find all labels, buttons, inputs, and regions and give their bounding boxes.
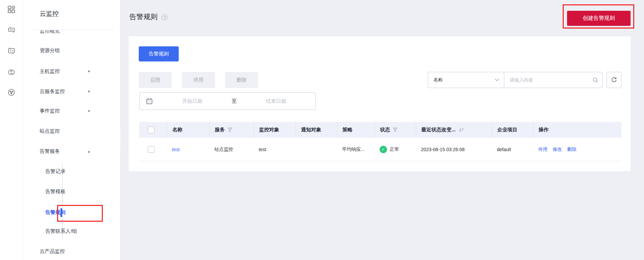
sidebar-item-alarm-rules[interactable]: 告警规则 (23, 202, 120, 222)
chevron-down-icon: ▾ (88, 109, 90, 113)
cloud-eye-console: VPC IPv6 云监控 监控 (0, 0, 644, 260)
calendar-icon (146, 98, 153, 105)
console-dashboard-icon[interactable] (6, 4, 17, 15)
table-row: test 站点监控 test 平均响应... ✓ 正常 2023-08-15 0… (139, 138, 621, 161)
sidebar-item-alarm-contacts[interactable]: 告警联系人/组 (23, 221, 120, 241)
ipv6-gateway-icon[interactable]: IPv6 (6, 45, 17, 56)
status-label: 正常 (390, 146, 399, 153)
sidebar-item-alarm-templates[interactable]: 告警模板 (23, 181, 120, 202)
sidebar-item-resource-groups[interactable]: 资源分组 (23, 40, 120, 60)
rule-enterprise-project: default (497, 147, 511, 152)
status-ok-icon: ✓ (380, 146, 387, 153)
row-delete-link[interactable]: 删除 (567, 146, 576, 153)
chevron-up-icon: ▴ (88, 149, 90, 154)
col-operation: 操作 (533, 122, 621, 138)
sidebar-item-website-monitoring[interactable]: 站点监控 (23, 121, 120, 141)
enable-button[interactable]: 启用 (139, 72, 172, 88)
filter-funnel-icon[interactable] (227, 127, 232, 132)
rule-policy: 平均响应... (342, 146, 365, 153)
col-policy: 策略 (337, 122, 375, 138)
end-date-placeholder: 结束日期 (237, 98, 316, 104)
search-bar: 名称 (428, 72, 603, 88)
sidebar-title: 云监控 (40, 9, 59, 18)
row-checkbox[interactable] (148, 146, 155, 153)
help-icon[interactable]: ? (162, 14, 167, 20)
col-service: 服务 (209, 122, 254, 138)
sidebar-item-event-monitoring[interactable]: 事件监控 ▾ (23, 101, 120, 121)
alarm-rules-card: 告警规则 启用 停用 删除 名称 (129, 36, 631, 171)
col-status: 状态 (375, 122, 416, 138)
col-name: 名称 (167, 122, 209, 138)
service-icon-rail: VPC IPv6 (0, 0, 23, 260)
col-last-status-change: 最近状态改变... (416, 122, 492, 138)
rule-last-status-change: 2023-08-15 03:26:08 (421, 147, 465, 152)
col-enterprise-project: 企业项目 (492, 122, 533, 138)
sidebar-item-cloud-product-monitoring[interactable]: 云产品监控 (23, 241, 120, 260)
rule-monitored-object: test (259, 147, 266, 152)
vpc-icon[interactable]: VPC (6, 24, 17, 35)
global-network-icon[interactable] (6, 87, 17, 98)
search-input[interactable] (510, 77, 593, 83)
sort-icon[interactable] (459, 127, 464, 132)
sidebar-divider (30, 30, 114, 30)
alarm-rules-table: 名称 服务 监控对象 通知对象 策略 状态 (139, 122, 621, 161)
table-header-row: 名称 服务 监控对象 通知对象 策略 状态 (139, 122, 621, 138)
search-icon[interactable] (593, 77, 598, 83)
start-date-placeholder: 开始日期 (153, 98, 232, 104)
refresh-button[interactable] (607, 72, 621, 88)
sidebar-item-cloud-service-monitoring[interactable]: 云服务监控 ▾ (23, 81, 120, 101)
chevron-down-icon (495, 79, 499, 81)
alarm-rules-tab-button[interactable]: 告警规则 (139, 46, 179, 61)
row-modify-link[interactable]: 修改 (553, 146, 562, 153)
svg-text:VPC: VPC (9, 29, 14, 31)
select-all-checkbox[interactable] (148, 127, 155, 133)
chevron-down-icon: ▾ (88, 69, 90, 74)
active-item-indicator (60, 208, 62, 217)
date-separator: 至 (232, 98, 237, 104)
search-field-select[interactable]: 名称 (428, 72, 504, 88)
row-disable-link[interactable]: 停用 (538, 146, 548, 153)
disable-button[interactable]: 停用 (182, 72, 215, 88)
chevron-down-icon: ▾ (88, 89, 90, 94)
sidebar: 云监控 监控概览 资源分组 主机监控 ▾ 云服务监控 ▾ 事件监控 ▾ 站点监控… (23, 0, 120, 260)
svg-text:IPv6: IPv6 (9, 50, 14, 52)
refresh-icon (611, 77, 617, 83)
date-range-picker[interactable]: 开始日期 至 结束日期 (139, 92, 316, 110)
sidebar-item-server-monitoring[interactable]: 主机监控 ▾ (23, 61, 120, 81)
create-alarm-rule-button[interactable]: 创建告警规则 (567, 11, 631, 26)
page-title: 告警规则 (129, 12, 158, 21)
col-monitored-object: 监控对象 (254, 122, 296, 138)
sidebar-item-alarm-records[interactable]: 告警记录 (23, 161, 120, 181)
sidebar-item-alarm-service[interactable]: 告警服务 ▴ (23, 141, 120, 161)
sidebar-item-overview-clipped[interactable]: 监控概览 (40, 30, 60, 35)
filter-funnel-icon[interactable] (393, 127, 398, 132)
load-balancer-icon[interactable] (6, 67, 17, 78)
rule-service: 站点监控 (214, 146, 233, 153)
rule-name-link[interactable]: test (172, 147, 180, 152)
search-field-value: 名称 (433, 77, 495, 83)
delete-button[interactable]: 删除 (225, 72, 258, 88)
col-notified-object: 通知对象 (296, 122, 337, 138)
